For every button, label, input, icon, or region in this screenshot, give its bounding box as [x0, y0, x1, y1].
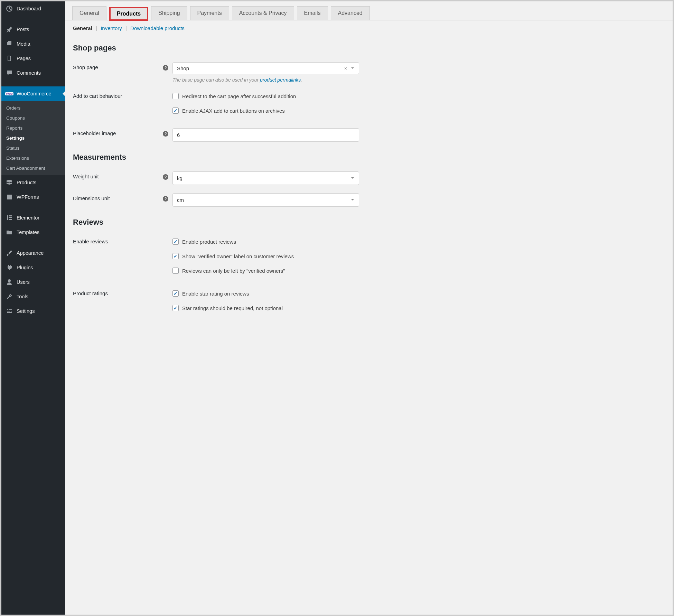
dashboard-icon — [6, 5, 13, 12]
sidebar-sub-cart-abandonment[interactable]: Cart Abandonment — [1, 163, 65, 173]
sidebar-sub-orders[interactable]: Orders — [1, 103, 65, 113]
sidebar-submenu-woocommerce: Orders Coupons Reports Settings Status E… — [1, 101, 65, 175]
plug-icon — [6, 264, 13, 271]
sidebar-item-label: Media — [17, 41, 30, 47]
sidebar-item-comments[interactable]: Comments — [1, 66, 65, 80]
checkbox-redirect-cart[interactable] — [172, 93, 179, 99]
label-dimensions-unit: Dimensions unit — [73, 193, 163, 201]
select-dimensions-unit[interactable]: cm — [172, 193, 359, 207]
pages-icon — [6, 55, 13, 62]
checkbox-enable-reviews-label: Enable product reviews — [182, 239, 236, 245]
folder-icon — [6, 228, 13, 236]
chevron-down-icon — [350, 175, 355, 181]
label-weight-unit: Weight unit — [73, 171, 163, 179]
sidebar-item-label: Comments — [17, 70, 41, 76]
sidebar-item-woocommerce[interactable]: Woo WooCommerce — [1, 86, 65, 101]
sidebar-item-label: Dashboard — [17, 6, 41, 11]
checkbox-redirect-cart-label: Redirect to the cart page after successf… — [182, 93, 296, 99]
sidebar-item-media[interactable]: Media — [1, 37, 65, 51]
checkbox-ajax-cart[interactable] — [172, 108, 179, 114]
sidebar-item-users[interactable]: Users — [1, 275, 65, 289]
subtab-downloadable[interactable]: Downloadable products — [130, 25, 185, 31]
sidebar-sub-coupons[interactable]: Coupons — [1, 113, 65, 123]
tab-advanced[interactable]: Advanced — [331, 6, 370, 20]
sidebar-item-label: Elementor — [17, 215, 39, 221]
label-add-to-cart: Add to cart behaviour — [73, 91, 163, 99]
shop-page-helper: The base page can also be used in your p… — [172, 77, 359, 83]
sidebar-item-templates[interactable]: Templates — [1, 225, 65, 240]
label-placeholder-image: Placeholder image — [73, 128, 163, 136]
checkbox-verified-only-label: Reviews can only be left by "verified ow… — [182, 268, 285, 274]
tab-emails[interactable]: Emails — [297, 6, 328, 20]
sidebar-item-plugins[interactable]: Plugins — [1, 260, 65, 275]
sidebar-sub-reports[interactable]: Reports — [1, 123, 65, 133]
help-icon[interactable]: ? — [163, 131, 168, 137]
settings-tabs: General Products Shipping Payments Accou… — [65, 1, 673, 20]
sidebar-item-label: WooCommerce — [17, 91, 51, 96]
user-icon — [6, 278, 13, 286]
tab-products[interactable]: Products — [109, 7, 148, 21]
label-enable-reviews: Enable reviews — [73, 236, 163, 244]
section-shop-pages: Shop pages — [73, 44, 665, 53]
sidebar-item-label: Tools — [17, 294, 28, 299]
checkbox-star-required[interactable] — [172, 305, 179, 311]
sidebar-item-products[interactable]: Products — [1, 175, 65, 190]
tab-shipping[interactable]: Shipping — [151, 6, 187, 20]
checkbox-star-rating[interactable] — [172, 290, 179, 297]
subtab-general[interactable]: General — [73, 25, 92, 31]
admin-sidebar: Dashboard Posts Media Pages Comments Woo… — [1, 1, 65, 615]
select-shop-page-value: Shop — [177, 65, 189, 71]
help-icon[interactable]: ? — [163, 196, 168, 202]
sidebar-item-label: Appearance — [17, 250, 44, 256]
sliders-icon — [6, 307, 13, 315]
elementor-icon — [6, 214, 13, 222]
tab-payments[interactable]: Payments — [190, 6, 229, 20]
input-placeholder-image[interactable] — [172, 128, 359, 142]
woocommerce-icon: Woo — [6, 90, 13, 97]
clear-icon[interactable]: × — [344, 66, 347, 71]
link-product-permalinks[interactable]: product permalinks — [260, 77, 301, 83]
sidebar-item-wpforms[interactable]: WPForms — [1, 190, 65, 204]
tab-accounts-privacy[interactable]: Accounts & Privacy — [232, 6, 294, 20]
sidebar-sub-status[interactable]: Status — [1, 143, 65, 153]
checkbox-ajax-cart-label: Enable AJAX add to cart buttons on archi… — [182, 108, 285, 114]
help-icon[interactable]: ? — [163, 65, 168, 71]
products-icon — [6, 179, 13, 186]
sidebar-sub-settings[interactable]: Settings — [1, 133, 65, 143]
sidebar-item-elementor[interactable]: Elementor — [1, 211, 65, 225]
sidebar-item-settings[interactable]: Settings — [1, 304, 65, 318]
chevron-down-icon — [350, 197, 355, 203]
help-icon[interactable]: ? — [163, 174, 168, 180]
subtab-inventory[interactable]: Inventory — [101, 25, 122, 31]
sidebar-item-tools[interactable]: Tools — [1, 289, 65, 304]
main-content: General Products Shipping Payments Accou… — [65, 1, 673, 615]
checkbox-verified-owner-label[interactable] — [172, 253, 179, 259]
settings-subtabs: General | Inventory | Downloadable produ… — [65, 20, 673, 31]
wrench-icon — [6, 293, 13, 300]
checkbox-enable-reviews[interactable] — [172, 239, 179, 245]
sidebar-sub-extensions[interactable]: Extensions — [1, 153, 65, 163]
select-weight-unit[interactable]: kg — [172, 171, 359, 185]
sidebar-item-label: Settings — [17, 308, 35, 314]
sidebar-item-label: Users — [17, 279, 30, 285]
sidebar-item-appearance[interactable]: Appearance — [1, 246, 65, 260]
tab-general[interactable]: General — [72, 6, 106, 20]
checkbox-verified-only[interactable] — [172, 268, 179, 274]
sidebar-item-label: Posts — [17, 27, 29, 32]
sidebar-item-pages[interactable]: Pages — [1, 51, 65, 66]
checkbox-star-required-label: Star ratings should be required, not opt… — [182, 305, 283, 311]
sidebar-item-label: WPForms — [17, 194, 39, 200]
sidebar-item-label: Plugins — [17, 265, 33, 270]
chevron-down-icon — [350, 65, 355, 71]
sidebar-item-label: Products — [17, 180, 36, 185]
select-weight-unit-value: kg — [177, 175, 182, 181]
pin-icon — [6, 26, 13, 33]
sidebar-item-label: Templates — [17, 230, 39, 235]
sidebar-item-dashboard[interactable]: Dashboard — [1, 1, 65, 16]
select-dimensions-unit-value: cm — [177, 197, 184, 203]
checkbox-star-rating-label: Enable star rating on reviews — [182, 291, 249, 297]
media-icon — [6, 40, 13, 48]
select-shop-page[interactable]: Shop × — [172, 62, 359, 74]
sidebar-item-posts[interactable]: Posts — [1, 22, 65, 37]
sidebar-item-label: Pages — [17, 56, 31, 61]
